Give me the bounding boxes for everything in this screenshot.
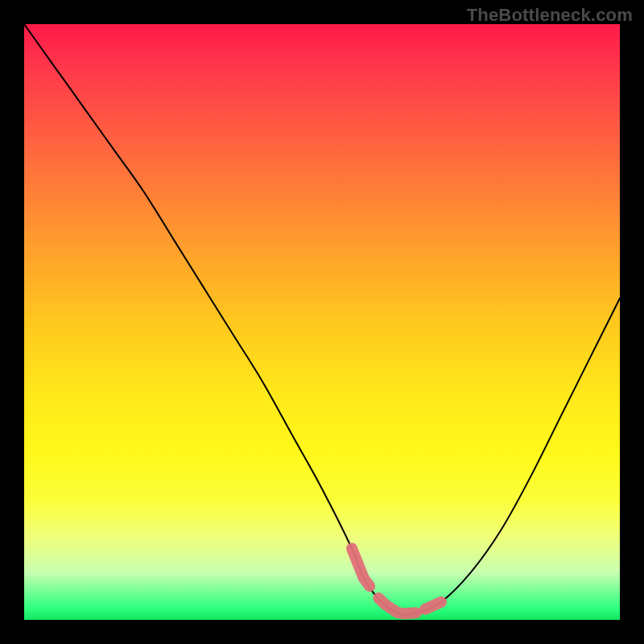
watermark-text: TheBottleneck.com bbox=[467, 5, 633, 26]
optimal-fit-marker-right bbox=[425, 602, 441, 609]
optimal-fit-marker-left bbox=[352, 548, 369, 586]
chart-frame: TheBottleneck.com bbox=[0, 0, 644, 644]
plot-area bbox=[24, 24, 620, 620]
bottleneck-curve bbox=[24, 24, 620, 615]
curve-svg bbox=[24, 24, 620, 620]
optimal-fit-marker-mid bbox=[378, 598, 416, 613]
